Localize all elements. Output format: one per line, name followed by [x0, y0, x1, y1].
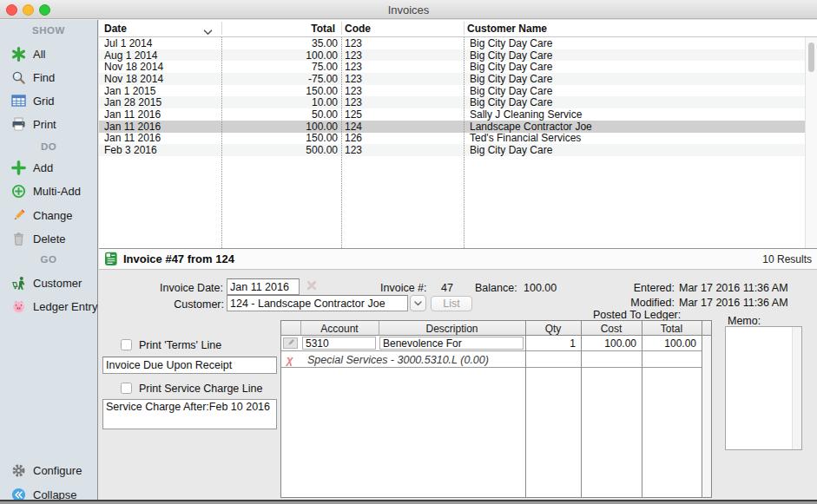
- asterisk-icon: [10, 47, 27, 62]
- cell-customer: Sally J Cleaning Service: [467, 108, 805, 121]
- cell-customer: Landscape Contractor Joe: [467, 121, 805, 133]
- header-divider: [379, 321, 379, 336]
- customer-combo-input[interactable]: [227, 295, 408, 311]
- print-terms-checkbox[interactable]: [121, 339, 132, 350]
- cell-code: 123: [338, 85, 467, 97]
- cost-cell[interactable]: 100.00: [581, 337, 636, 350]
- table-row[interactable]: Jan 11 2016150.00126Ted's Financial Serv…: [99, 133, 805, 145]
- column-header-date[interactable]: Date: [104, 23, 127, 35]
- cell-code: 123: [338, 61, 467, 73]
- sidebar: SHOW All Find Grid Print DO Add Multi-Ad…: [0, 20, 98, 504]
- column-header-code[interactable]: Code: [345, 23, 371, 35]
- terms-text-input[interactable]: [102, 357, 277, 374]
- items-scrollbar-track[interactable]: [702, 336, 711, 497]
- items-column-divider: [581, 321, 582, 497]
- list-button[interactable]: List: [431, 296, 472, 311]
- sidebar-item-delete[interactable]: Delete: [0, 230, 97, 247]
- table-row[interactable]: Nov 18 201475.00123Big City Day Care: [99, 61, 805, 73]
- invoice-number-value: 47: [441, 282, 453, 294]
- sidebar-item-configure[interactable]: Configure: [0, 461, 97, 479]
- sidebar-item-multi-add[interactable]: Multi-Add: [0, 182, 97, 200]
- customer-cart-icon: [10, 276, 27, 291]
- items-column-account: Account: [300, 323, 379, 335]
- table-row[interactable]: Nov 18 2014-75.00123Big City Day Care: [99, 73, 805, 85]
- printer-icon: [10, 117, 27, 132]
- table-row[interactable]: Jul 1 201435.00123Big City Day Care: [99, 37, 805, 49]
- service-charge-textarea[interactable]: Service Charge After:Feb 10 2016: [102, 399, 277, 429]
- detail-title: Invoice #47 from 124: [123, 252, 234, 265]
- total-cell[interactable]: 100.00: [642, 337, 696, 350]
- cell-total: 10.00: [221, 96, 338, 108]
- pencil-icon: [10, 208, 27, 223]
- cell-code: 123: [338, 49, 467, 62]
- sidebar-section-do: DO: [0, 141, 97, 152]
- table-row[interactable]: Feb 3 2016500.00123Big City Day Care: [99, 144, 805, 156]
- table-row[interactable]: Aug 1 2014100.00123Big City Day Care: [99, 49, 805, 62]
- invoice-date-input[interactable]: [227, 278, 300, 295]
- results-count: 10 Results: [762, 253, 812, 265]
- sidebar-item-ledger-entry[interactable]: Ledger Entry: [0, 298, 97, 315]
- account-warning-icon: χ: [287, 353, 293, 366]
- line-items-table: Account Description Qty Cost Total 5310 …: [280, 320, 712, 498]
- circle-plus-icon: [10, 184, 27, 199]
- sidebar-item-grid[interactable]: Grid: [0, 92, 97, 109]
- cell-total: 50.00: [221, 108, 338, 121]
- cell-total: -75.00: [221, 73, 338, 85]
- qty-cell[interactable]: 1: [525, 337, 576, 350]
- table-row-selected[interactable]: Jan 11 2016100.00124Landscape Contractor…: [99, 121, 805, 133]
- sidebar-item-change[interactable]: Change: [0, 206, 97, 224]
- piggy-icon: [10, 299, 27, 314]
- table-row[interactable]: Jan 1 2015150.00123Big City Day Care: [99, 85, 805, 97]
- modified-label: Modified:: [550, 297, 675, 309]
- scrollbar-thumb[interactable]: [808, 43, 814, 72]
- cell-date: Feb 3 2016: [99, 144, 221, 156]
- sidebar-item-label: Grid: [33, 95, 55, 108]
- account-cell-input[interactable]: 5310: [302, 337, 376, 350]
- memo-scrollbar-track[interactable]: [792, 327, 801, 449]
- cell-code: 123: [338, 37, 467, 49]
- scrollbar-track[interactable]: [805, 37, 817, 248]
- header-divider: [464, 22, 465, 35]
- customer-dropdown-button[interactable]: [410, 295, 426, 311]
- table-row[interactable]: Jan 11 201650.00125Sally J Cleaning Serv…: [99, 108, 805, 121]
- items-column-qty: Qty: [525, 323, 581, 335]
- cell-customer: Big City Day Care: [467, 49, 805, 62]
- sidebar-item-add[interactable]: Add: [0, 159, 97, 176]
- column-header-customer[interactable]: Customer Name: [467, 23, 547, 35]
- invoice-document-icon: [104, 252, 118, 266]
- sidebar-item-all[interactable]: All: [0, 45, 97, 62]
- account-note: Special Services - 3000.5310.L (0.00): [307, 354, 489, 366]
- sidebar-item-print[interactable]: Print: [0, 115, 97, 133]
- memo-textarea[interactable]: [725, 326, 802, 450]
- sidebar-item-label: Customer: [33, 277, 82, 290]
- posted-to-ledger-label: Posted To Ledger:: [593, 309, 681, 321]
- trash-icon: [10, 232, 27, 246]
- cell-customer: Big City Day Care: [467, 73, 805, 85]
- cell-date: Jan 28 2015: [99, 96, 221, 108]
- sidebar-item-find[interactable]: Find: [0, 69, 97, 86]
- line-item-note-row: χ Special Services - 3000.5310.L (0.00): [281, 352, 711, 368]
- items-column-cost: Cost: [581, 323, 642, 335]
- cell-total: 150.00: [221, 85, 338, 97]
- print-service-charge-checkbox[interactable]: [121, 383, 132, 394]
- entered-label: Entered:: [550, 282, 675, 294]
- sidebar-item-customer[interactable]: Customer: [0, 274, 97, 291]
- column-header-total[interactable]: Total: [221, 23, 335, 35]
- print-service-charge-label: Print Service Charge Line: [139, 383, 262, 395]
- table-row[interactable]: Jan 28 201510.00123Big City Day Care: [99, 96, 805, 108]
- header-divider: [300, 321, 301, 336]
- header-divider: [221, 22, 222, 35]
- sidebar-section-go: GO: [0, 254, 97, 265]
- line-item-row[interactable]: 5310 Benevolence For 1 100.00 100.00: [281, 336, 711, 351]
- invoice-list-table: Date Total Code Customer Name Jul 1 2014…: [99, 20, 817, 248]
- cell-code: 125: [338, 108, 467, 121]
- cell-total: 35.00: [221, 37, 338, 49]
- description-cell-input[interactable]: Benevolence For: [379, 337, 524, 350]
- customer-label: Customer:: [99, 298, 224, 311]
- cell-date: Jan 11 2016: [99, 132, 221, 144]
- cell-total: 500.00: [221, 144, 338, 156]
- invoice-number-label: Invoice #:: [380, 282, 427, 294]
- cell-total: 100.00: [221, 49, 338, 62]
- app-window: Invoices SHOW All Find Grid Print DO Add…: [0, 0, 817, 504]
- cell-date: Jan 11 2016: [99, 121, 221, 133]
